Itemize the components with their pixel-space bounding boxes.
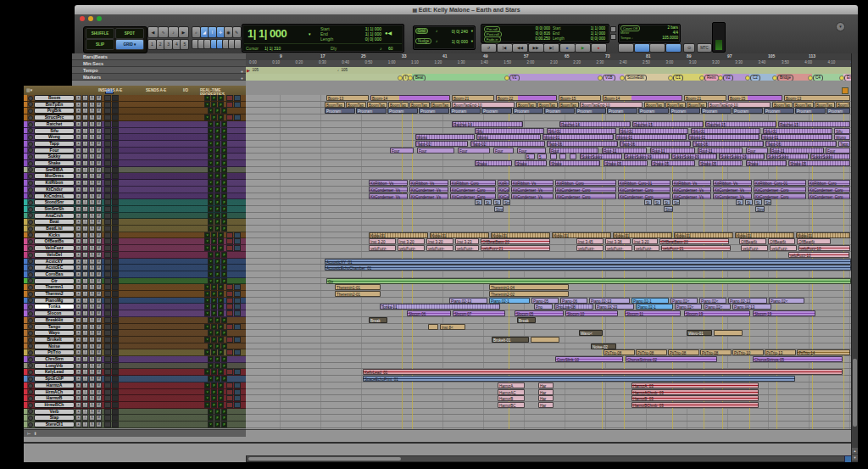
clip-har[interactable]: Har bbox=[538, 402, 554, 408]
track-input-button[interactable]: I bbox=[82, 108, 88, 114]
io-led[interactable]: p bbox=[221, 376, 227, 382]
send-slot[interactable] bbox=[112, 206, 119, 212]
track-input-button[interactable]: I bbox=[82, 330, 88, 336]
track-input-button[interactable]: I bbox=[82, 232, 88, 238]
clip-shake[interactable]: Shake bbox=[515, 160, 547, 166]
clip-st[interactable]: St bbox=[736, 199, 743, 205]
send-slot[interactable] bbox=[112, 252, 119, 258]
track-name-harmza[interactable]: HarmzA bbox=[34, 382, 75, 388]
rtp-badge2[interactable] bbox=[234, 369, 241, 375]
clip-harmzbchmb-03[interactable]: HarmzBChmb_03 bbox=[632, 402, 759, 408]
io-led[interactable]: v bbox=[208, 278, 214, 284]
track-record-dot[interactable] bbox=[28, 246, 33, 251]
io-led[interactable]: p bbox=[214, 265, 220, 271]
clip-velofuzz-10[interactable]: veloFuzz-10 bbox=[788, 252, 849, 258]
send-slot[interactable] bbox=[112, 389, 119, 395]
track-mute-button[interactable]: M bbox=[96, 415, 102, 421]
io-led[interactable]: v bbox=[208, 141, 214, 147]
track-input-button[interactable]: I bbox=[82, 343, 88, 349]
track-mute-button[interactable]: M bbox=[96, 114, 102, 120]
io-led[interactable]: p bbox=[214, 330, 220, 336]
io-led[interactable]: p bbox=[211, 102, 217, 108]
clip-inst-3-38[interactable]: Inst 3-38 bbox=[605, 238, 631, 244]
track-input-button[interactable]: I bbox=[82, 102, 88, 108]
io-led[interactable]: v bbox=[204, 284, 210, 290]
io-led[interactable]: v bbox=[208, 271, 214, 277]
io-led[interactable]: p bbox=[211, 382, 217, 388]
io-led[interactable]: p bbox=[221, 213, 227, 219]
send-slot[interactable] bbox=[112, 238, 119, 244]
lane-velodel[interactable] bbox=[246, 252, 851, 259]
record-button[interactable]: ● bbox=[591, 43, 607, 53]
track-mute-button[interactable]: M bbox=[96, 304, 102, 310]
send-slot[interactable] bbox=[112, 349, 119, 355]
clip-kitcondenser-coro[interactable]: KitCondenser_Coro bbox=[618, 187, 670, 193]
export-icon[interactable]: ⬆ bbox=[33, 431, 36, 436]
send-slot[interactable] bbox=[112, 232, 119, 238]
track-solo-button[interactable]: S bbox=[89, 199, 95, 205]
clip-kitco[interactable]: KitCo bbox=[498, 193, 509, 199]
insert-slot[interactable] bbox=[104, 238, 111, 244]
track-input-button[interactable]: I bbox=[82, 259, 88, 265]
insert-slot[interactable] bbox=[104, 102, 111, 108]
marker-Reint[interactable]: Reint bbox=[704, 75, 719, 81]
track-solo-button[interactable]: S bbox=[89, 108, 95, 114]
track-mute-button[interactable]: M bbox=[96, 271, 102, 277]
track-input-button[interactable]: I bbox=[82, 298, 88, 304]
send-slot[interactable] bbox=[112, 271, 119, 277]
track-name-ratchet[interactable]: Ratchet bbox=[34, 121, 75, 127]
insert-slot[interactable] bbox=[104, 199, 111, 205]
io-led[interactable]: p bbox=[211, 369, 217, 375]
track-solo-button[interactable]: S bbox=[89, 356, 95, 362]
track-rec-button[interactable]: ● bbox=[75, 317, 81, 323]
clip-wayo-01[interactable]: Wayo-01 bbox=[687, 330, 712, 336]
track-input-button[interactable]: I bbox=[82, 382, 88, 388]
rtz-button[interactable]: |◀ bbox=[497, 43, 513, 53]
io-led[interactable]: p bbox=[218, 95, 224, 101]
clip-program[interactable]: Program bbox=[826, 108, 850, 114]
clip-ratchet-15[interactable]: Ratchet-15 bbox=[778, 121, 850, 127]
track-rec-button[interactable]: ● bbox=[75, 291, 81, 297]
io-led[interactable]: p bbox=[211, 389, 217, 395]
clip-kitcondenser-vs[interactable]: KitCondenser_Vs bbox=[713, 187, 752, 193]
io-led[interactable]: p bbox=[218, 395, 224, 401]
track-name-tonka[interactable]: Tonka bbox=[34, 304, 75, 310]
track-name-kelylead[interactable]: KelyLead bbox=[34, 369, 75, 375]
track-name-stnsnrsh[interactable]: StnSnrSh bbox=[34, 206, 75, 212]
clip-st[interactable]: St bbox=[484, 199, 492, 205]
insert-slot[interactable] bbox=[104, 141, 111, 147]
track-rec-button[interactable]: ● bbox=[75, 232, 81, 238]
track-mute-button[interactable]: M bbox=[96, 369, 102, 375]
send-slot[interactable] bbox=[112, 382, 119, 388]
clip-kitcondenser-coro[interactable]: KitCondenser_Coro bbox=[450, 193, 496, 199]
io-led[interactable]: v bbox=[208, 317, 214, 323]
io-led[interactable]: p bbox=[214, 356, 220, 362]
rtp-badge[interactable] bbox=[226, 284, 233, 290]
clip-har[interactable]: Har bbox=[538, 382, 554, 388]
clip-sukkysukky-09[interactable]: SukkySukky-09 bbox=[671, 154, 717, 159]
track-record-dot[interactable] bbox=[28, 377, 33, 382]
track-input-button[interactable]: I bbox=[82, 187, 88, 193]
track-name-noise[interactable]: Noise bbox=[34, 343, 75, 349]
clip-boomtap[interactable]: BoomTap bbox=[537, 102, 558, 108]
track-record-dot[interactable] bbox=[28, 422, 33, 427]
io-led[interactable]: v bbox=[208, 213, 214, 219]
clip-piano-02-[interactable]: Piano.02< bbox=[769, 298, 804, 304]
io-led[interactable]: p bbox=[214, 278, 220, 284]
clip-noise-02[interactable]: Noise-02 bbox=[591, 343, 616, 349]
io-led[interactable]: v bbox=[204, 310, 210, 316]
track-solo-button[interactable]: S bbox=[89, 265, 95, 271]
clip-program[interactable]: Program bbox=[325, 108, 355, 114]
clip-shake-05[interactable]: Shake-05 bbox=[698, 160, 743, 166]
clip-theremin2-01[interactable]: Theremin2-01 bbox=[335, 291, 381, 297]
play-button[interactable]: ▶ bbox=[575, 43, 591, 53]
clip-gtr[interactable]: Gtr bbox=[326, 278, 851, 284]
clip-harmza-03[interactable]: HarmzA_03 bbox=[632, 382, 759, 388]
io-led[interactable]: p bbox=[218, 324, 224, 330]
track-name-four[interactable]: Four bbox=[34, 148, 75, 154]
track-name-chrsstrn[interactable]: ChrsStrn bbox=[34, 356, 75, 362]
insert-slot[interactable] bbox=[104, 337, 111, 343]
lane-wayo[interactable] bbox=[246, 330, 851, 337]
track-record-dot[interactable] bbox=[28, 207, 33, 212]
send-slot[interactable] bbox=[112, 245, 119, 251]
